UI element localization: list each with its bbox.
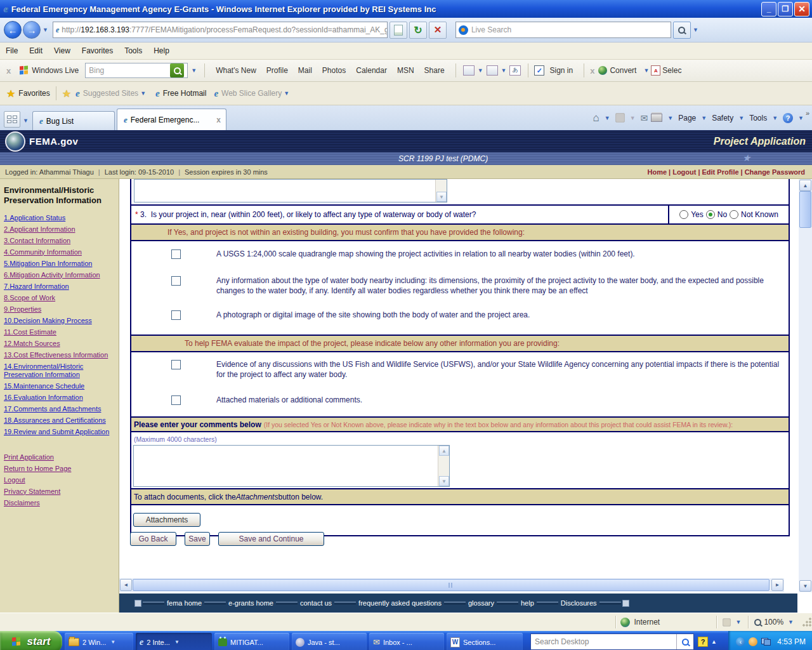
sidebar-item-cost-estimate[interactable]: 11.Cost Estimate (0, 326, 119, 338)
live-link-share[interactable]: Share (424, 66, 445, 75)
home-icon[interactable]: ⌂ (593, 112, 599, 124)
footer-faq-link[interactable]: frequently asked questions (358, 599, 442, 607)
convert-dropdown-icon[interactable]: ▼ (641, 67, 651, 74)
sidebar-item-applicant-information[interactable]: 2.Applicant Information (0, 223, 119, 235)
menu-file[interactable]: File (0, 46, 23, 55)
menu-help[interactable]: Help (148, 46, 175, 55)
window-title-bar[interactable]: e Federal Emergency Management Agency E-… (0, 0, 812, 18)
feeds-icon[interactable] (615, 113, 625, 123)
task-sections-document[interactable]: W Sections... (447, 633, 523, 650)
suggested-sites-dropdown-icon[interactable]: ▼ (138, 90, 148, 96)
fema-brand[interactable]: FEMA.gov (29, 136, 78, 147)
scroll-up-icon[interactable]: ▲ (439, 446, 449, 456)
help-dropdown-icon[interactable]: ▼ (796, 115, 806, 121)
minimize-button[interactable]: _ (761, 2, 776, 17)
footer-disclosures-link[interactable]: Disclosures (561, 599, 597, 607)
scroll-down-icon[interactable]: ▼ (436, 192, 447, 202)
sidebar-item-assurances-and-certifications[interactable]: 18.Assurances and Certifications (0, 415, 119, 426)
sidebar-item-properties[interactable]: 9.Properties (0, 303, 119, 315)
sidebar-disclaimers-link[interactable]: Disclaimers (0, 497, 119, 508)
sidebar-item-community-information[interactable]: 4.Community Information (0, 246, 119, 258)
tray-clock-app-icon[interactable] (749, 637, 757, 646)
tab-federal-emergency[interactable]: e Federal Emergenc... x (117, 109, 226, 130)
footer-fema-home-link[interactable]: fema home (167, 599, 202, 607)
compatibility-view-button[interactable] (390, 22, 407, 39)
sidebar-item-mitigation-activity-information[interactable]: 6.Mitigation Activity Information (0, 269, 119, 281)
search-go-button[interactable] (673, 22, 691, 39)
close-button[interactable]: ✕ (794, 2, 809, 17)
sidebar-item-hazard-information[interactable]: 7.Hazard Information (0, 281, 119, 292)
web-slice-dropdown-icon[interactable]: ▼ (282, 90, 291, 96)
page-dropdown-icon[interactable]: ▼ (699, 115, 709, 121)
tray-network-icon[interactable] (761, 638, 771, 646)
radio-no[interactable] (706, 210, 715, 219)
sidebar-item-cost-effectiveness-information[interactable]: 13.Cost Effectiveness Information (0, 349, 119, 361)
select-link[interactable]: Selec (662, 66, 681, 75)
checkbox-photograph[interactable] (171, 310, 181, 320)
history-dropdown-icon[interactable]: ▼ (41, 27, 50, 33)
horizontal-scroll-thumb[interactable] (133, 579, 769, 591)
sidebar-item-mitigation-plan-information[interactable]: 5.Mitigation Plan Information (0, 258, 119, 269)
live-link-msn[interactable]: MSN (397, 66, 414, 75)
tab-list-dropdown-icon[interactable]: ▼ (21, 117, 30, 124)
sidebar-print-application-link[interactable]: Print Application (0, 451, 119, 463)
tray-app-icon[interactable]: ‹ (736, 637, 745, 646)
sidebar-item-scope-of-work[interactable]: 8.Scope of Work (0, 292, 119, 303)
tab-bug-list[interactable]: e Bug List (32, 111, 115, 130)
previous-comments-textarea[interactable]: ▼ (134, 179, 447, 202)
checkbox-water-body-info[interactable] (171, 276, 181, 286)
web-slice-gallery-link[interactable]: Web Slice Gallery (221, 89, 282, 98)
live-link-calendar[interactable]: Calendar (356, 66, 387, 75)
task-java[interactable]: Java - st... (292, 633, 367, 650)
stop-button[interactable]: ✕ (429, 22, 447, 39)
footer-egrants-home-link[interactable]: e-grants home (228, 599, 273, 607)
comments-textarea-scrollbar[interactable]: ▲ ▼ (438, 446, 449, 486)
scroll-right-icon[interactable]: ► (771, 579, 783, 591)
sidebar-item-review-and-submit[interactable]: 19.Review and Submit Application (0, 426, 119, 437)
checkbox-usgs-map[interactable] (171, 249, 181, 259)
bing-search-input[interactable]: Bing (85, 63, 188, 78)
sidebar-item-environmental-historic-preservation[interactable]: 14.Environmental/Historic Preservation I… (0, 361, 119, 380)
tray-help-icon[interactable]: ? (698, 637, 708, 647)
restore-button[interactable]: ❐ (778, 2, 793, 17)
convert-close-icon[interactable]: x (590, 66, 594, 76)
nav-home-link[interactable]: Home (648, 168, 667, 176)
photo-tool-icon[interactable] (463, 65, 475, 76)
attachments-button[interactable]: Attachments (133, 513, 200, 527)
resize-grip[interactable] (802, 617, 812, 627)
sidebar-item-decision-making-process[interactable]: 10.Decision Making Process (0, 315, 119, 326)
task-inbox[interactable]: ✉ Inbox - ... (369, 633, 444, 650)
toolbar-close-icon[interactable]: x (6, 66, 11, 76)
search-desktop-button[interactable] (676, 634, 693, 649)
task-internet-group[interactable]: e 2 Inte... ▼ (136, 633, 212, 650)
go-back-button[interactable]: Go Back (130, 532, 176, 546)
task-windows-group[interactable]: 2 Win... ▼ (65, 633, 133, 650)
menu-edit[interactable]: Edit (23, 46, 48, 55)
start-button[interactable]: start (0, 631, 62, 650)
bing-dropdown-icon[interactable]: ▼ (189, 67, 199, 74)
radio-yes[interactable] (679, 210, 688, 219)
layout-tool-dropdown-icon[interactable]: ▼ (499, 67, 509, 74)
suggested-sites-link[interactable]: Suggested Sites (83, 89, 138, 98)
sign-in-link[interactable]: Sign in (549, 66, 573, 75)
layout-tool-icon[interactable] (487, 65, 498, 76)
vertical-scrollbar[interactable]: ▲ ▼ (799, 179, 812, 592)
radio-not-known[interactable] (730, 210, 738, 219)
footer-help-link[interactable]: help (521, 599, 534, 607)
sidebar-item-application-status[interactable]: 1.Application Status (0, 212, 119, 223)
sidebar-item-comments-and-attachments[interactable]: 17.Comments and Attachments (0, 403, 119, 415)
forward-button[interactable]: → (23, 21, 41, 39)
search-desktop-input[interactable]: Search Desktop (530, 633, 694, 650)
save-button[interactable]: Save (185, 532, 210, 546)
scroll-up-icon[interactable]: ▲ (799, 180, 811, 191)
sidebar-logout-link[interactable]: Logout (0, 474, 119, 486)
protected-mode-dropdown-icon[interactable]: ▼ (733, 619, 743, 625)
live-link-whats-new[interactable]: What's New (216, 66, 256, 75)
live-link-photos[interactable]: Photos (322, 66, 346, 75)
footer-contact-us-link[interactable]: contact us (300, 599, 332, 607)
horizontal-scrollbar[interactable]: ◄ ► (119, 578, 784, 592)
checkbox-attached-materials[interactable] (171, 395, 181, 405)
menu-favorites[interactable]: Favorites (76, 46, 119, 55)
read-mail-icon[interactable]: ✉ (641, 113, 648, 123)
live-link-profile[interactable]: Profile (266, 66, 288, 75)
